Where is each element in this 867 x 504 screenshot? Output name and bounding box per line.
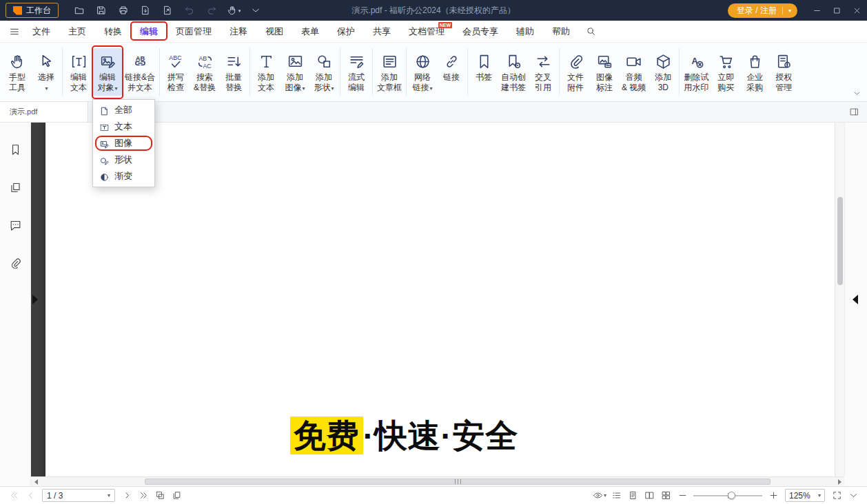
pdf-page[interactable]: 免费·快速·安全 [45,123,835,476]
menu-tab-page-manage[interactable]: 页面管理 [167,21,221,42]
quad-pages-view-button[interactable] [657,488,674,503]
vertical-scrollbar-thumb[interactable] [837,197,843,285]
menu-tab-edit[interactable]: 编辑 [131,21,167,42]
ribbon-button-add-image[interactable]: 添加图像▾ [280,48,309,96]
menu-tab-help[interactable]: 帮助 [543,21,579,42]
last-page-button[interactable] [135,488,152,503]
ribbon-button-add-shape[interactable]: 添加形状▾ [309,48,338,96]
workspace-button[interactable]: 工作台 [6,3,59,18]
dropdown-item-gradient[interactable]: 渐变 [93,168,154,185]
ribbon-button-auto-bookmark[interactable]: 自动创建书签 [498,48,529,96]
menu-tab-view[interactable]: 视图 [256,21,292,42]
ribbon-button-add-3d[interactable]: 添加3D [649,48,677,96]
dropdown-arrow-icon: ▾ [430,85,433,92]
view-mode-button[interactable]: ▾ [591,488,608,503]
quick-hand-tool-button[interactable]: ▾ [225,2,243,19]
ribbon-button-file-attachment[interactable]: 文件附件 [561,48,590,96]
menu-tab-member[interactable]: 会员专享 [453,21,507,42]
ribbon-button-edit-text[interactable]: 编辑文本 [64,48,93,96]
next-page-button[interactable] [119,488,135,503]
ribbon-button-buy-now[interactable]: 立即购买 [711,48,740,96]
horizontal-scrollbar[interactable] [31,476,844,486]
document-tab[interactable]: 演示.pdf [0,102,88,122]
collapse-ribbon-button[interactable] [853,89,861,98]
panel-pages-button[interactable] [5,177,26,198]
left-panel-expand-handle[interactable] [32,295,38,304]
login-button[interactable]: 登录 / 注册 ▾ [728,3,797,18]
zoom-level-select[interactable]: 125% ▾ [785,489,825,502]
menu-tab-home[interactable]: 主页 [59,21,95,42]
ribbon-button-search-replace[interactable]: ABAC搜索&替换 [190,48,219,96]
ribbon-button-batch-replace[interactable]: 批量替换 [219,48,248,96]
maximize-button[interactable] [827,0,847,21]
menu-tab-assist[interactable]: 辅助 [507,21,543,42]
customize-toolbar-button[interactable] [247,2,265,19]
vertical-scrollbar[interactable] [835,123,844,476]
create-pdf-button[interactable] [159,2,176,19]
ribbon-button-hand-tool[interactable]: 手型工具 [3,48,32,96]
panel-attachments-button[interactable] [5,253,26,273]
menu-tab-convert[interactable]: 转换 [95,21,131,42]
ribbon-button-bookmark[interactable]: 书签 [469,48,498,96]
export-pdf-button[interactable] [136,2,154,19]
spell-check-icon: ABC [167,53,185,70]
ribbon-button-enterprise-purchase[interactable]: 企业采购 [740,48,769,96]
undo-button[interactable] [181,2,198,19]
snapshot-button[interactable] [152,488,168,503]
fullscreen-button[interactable] [828,488,845,503]
prev-page-button[interactable] [22,488,39,503]
dropdown-item-image[interactable]: 图像 [93,135,154,151]
save-button[interactable] [92,2,110,19]
menu-tab-comment[interactable]: 注释 [221,21,256,42]
ribbon-button-link-merge-text[interactable]: AB链接&合并文本 [122,48,158,96]
facing-pages-view-button[interactable] [641,488,657,503]
ribbon-button-add-article-box[interactable]: 添加文章框 [374,48,405,96]
copy-pages-button[interactable] [168,488,185,503]
ribbon-button-cross-reference[interactable]: 交叉引用 [529,48,558,96]
menu-tab-form[interactable]: 表单 [292,21,328,42]
ribbon-button-license-management[interactable]: 授权管理 [769,48,798,96]
dropdown-item-shape[interactable]: 形状 [93,151,154,168]
scroll-right-button[interactable] [835,477,844,486]
menu-tab-file[interactable]: 文件 [23,21,59,42]
scroll-left-button[interactable] [31,477,41,486]
redo-button[interactable] [203,2,221,19]
ribbon-button-web-link[interactable]: 网络链接▾ [408,48,437,96]
zoom-in-button[interactable] [765,488,782,503]
last-page-icon [139,490,149,501]
menu-tab-doc-manage[interactable]: 文档管理NEW [400,21,453,42]
ribbon-button-spell-check[interactable]: ABC拼写检查 [161,48,190,96]
print-button[interactable] [114,2,132,19]
menu-tab-protect[interactable]: 保护 [328,21,364,42]
ribbon-button-add-text[interactable]: 添加文本 [252,48,280,96]
ribbon-button-link[interactable]: 链接 [437,48,466,96]
ribbon-group: 流式编辑 [340,48,373,96]
horizontal-scrollbar-thumb[interactable] [145,479,771,485]
minimize-button[interactable] [807,0,827,21]
panel-comments-button[interactable] [5,215,26,235]
page-number-select[interactable]: 1 / 3 ▾ [42,489,115,502]
zoom-slider-thumb[interactable] [728,492,735,499]
zoom-out-button[interactable] [674,488,691,503]
first-page-button[interactable] [6,488,22,503]
open-file-button[interactable] [70,2,88,19]
dropdown-item-all[interactable]: 全部 [93,102,154,118]
outline-view-button[interactable] [608,488,624,503]
dropdown-item-text[interactable]: 文本 [93,118,154,135]
menu-tab-share[interactable]: 共享 [364,21,400,42]
ribbon-button-remove-trial-watermark[interactable]: A删除试用水印 [681,48,711,96]
single-page-view-button[interactable] [624,488,641,503]
ribbon-button-image-annotation[interactable]: 图像标注 [590,48,619,96]
ribbon-button-audio-video[interactable]: 音频& 视频 [619,48,649,96]
zoom-slider[interactable] [692,488,764,503]
right-panel-expand-handle[interactable] [853,295,858,304]
collapse-statusbar-button[interactable] [845,488,861,503]
hamburger-menu-button[interactable] [6,23,23,41]
ribbon-button-edit-object[interactable]: 编辑对象▾全部文本图像形状渐变 [93,48,122,96]
ribbon-button-flow-edit[interactable]: 流式编辑 [342,48,371,96]
menu-search-button[interactable] [580,23,601,41]
panel-bookmarks-button[interactable] [5,139,26,160]
layout-toggle-button[interactable] [849,107,859,117]
ribbon-button-select[interactable]: 选择▾ [32,48,61,96]
close-button[interactable] [847,0,867,21]
